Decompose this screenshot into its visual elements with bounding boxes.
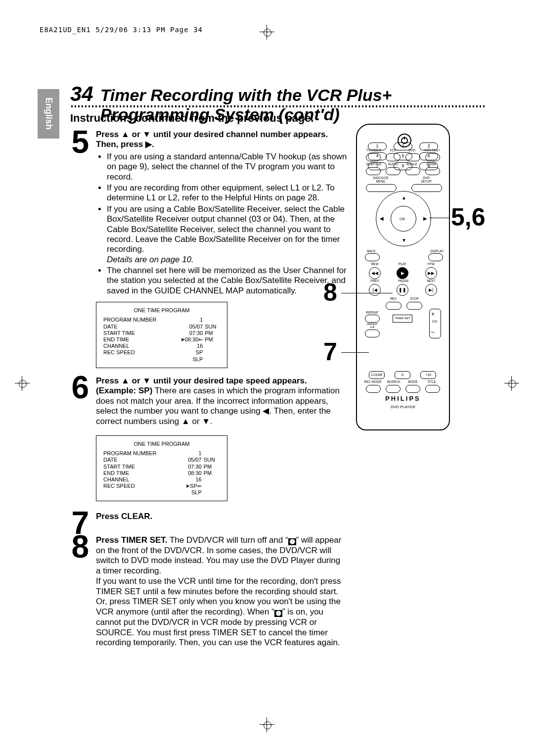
play-icon: ▶	[397, 267, 408, 279]
rm-l-prev: PREV	[369, 279, 381, 283]
step6-example: (Example: SP)	[96, 386, 152, 395]
language-tab: English	[38, 89, 59, 139]
model-label: DVD PLAYER	[357, 405, 449, 409]
dpad-icon: OK ▲ ▼ ◀ ▶	[376, 191, 431, 246]
pb1-date-d: SUN	[204, 324, 221, 330]
step5-bullet1: If you are using a standard antenna/Cabl…	[107, 152, 347, 182]
crop-bottom	[260, 717, 274, 732]
pb2-title: ONE TIME PROGRAM	[102, 441, 221, 447]
rew-icon: ◀◀	[369, 267, 381, 279]
clock-icon-2: 🕘	[274, 610, 282, 617]
pb1-chan-l: CHANNEL	[102, 343, 173, 349]
step-6-body: Press ▲ or ▼ until your desired tape spe…	[96, 376, 343, 501]
pill-icon	[405, 385, 420, 393]
pb1-rec-slp: SLP	[173, 356, 204, 363]
pb1-start-l: START TIME	[102, 330, 173, 336]
step5-he: .	[152, 140, 154, 149]
rm-l-next: NEXT	[425, 279, 437, 283]
remote-illustration: TV/VIDEO VCR DVD VCR Plus+ SUBTITLE AUDI…	[356, 124, 450, 430]
pb2-end-a: PM	[203, 470, 221, 476]
ffw-icon: ▶▶	[425, 267, 437, 279]
pb2-start-a: PM	[203, 464, 221, 470]
callout-7: 7	[323, 337, 337, 366]
rm-l-stop: STOP	[408, 297, 420, 300]
callout-5-6: 5,6	[451, 203, 486, 232]
stop-btn-icon	[406, 302, 422, 310]
crop-left	[15, 376, 30, 391]
rm-l-dvdsetup: DVD SETUP	[411, 176, 441, 183]
rm-l-discmenu: DISC/VCR MENU	[366, 176, 396, 183]
timerset-button: TIMER SET	[393, 315, 412, 323]
arrow-up-icon: ▲	[401, 195, 406, 200]
rm-ok: OK	[400, 217, 405, 221]
pb2-rec-sp: SP	[190, 483, 197, 489]
pb2-end-v: 08:30	[178, 470, 203, 476]
clear-button: CLEAR	[369, 371, 385, 379]
rm-l-back: BACK	[364, 249, 379, 253]
arrow-left-icon: ◀	[380, 216, 384, 221]
pb1-prognum-l: PROGRAM NUMBER	[102, 317, 173, 323]
pb1-rec-sp: SP	[173, 349, 204, 356]
crop-right	[504, 376, 519, 391]
pb2-start-l: START TIME	[102, 464, 178, 470]
pb1-rec-l: REC SPEED	[102, 349, 173, 356]
pb2-date-d: SUN	[203, 457, 221, 463]
pb1-end-sel2: ⇐	[198, 336, 203, 342]
step6-ha: Press	[96, 376, 121, 385]
minus-icon: –	[431, 329, 435, 335]
rm-l-mode: MODE	[405, 380, 420, 383]
pill-icon	[366, 385, 381, 393]
pb2-date-l: DATE	[102, 457, 178, 463]
step-5-number: 5	[65, 124, 89, 160]
pb2-prognum-v: 1	[178, 450, 203, 457]
step-6-number: 6	[65, 369, 89, 406]
page-subtitle: Instructions continued from the previous…	[70, 112, 314, 125]
pb2-chan-v: 16	[178, 476, 203, 483]
step5-ha: Press	[96, 130, 121, 139]
title-dots	[70, 105, 485, 108]
rm-l-repeatab: REPEAT A-B	[363, 323, 382, 329]
pb2-rec-sel2: ⇐	[197, 483, 202, 489]
pb1-title: ONE TIME PROGRAM	[102, 307, 221, 314]
step8-lead: Press TIMER SET.	[96, 535, 168, 545]
pb2-end-l: END TIME	[102, 470, 178, 476]
plus10-button: +10	[420, 371, 436, 379]
zero-button: 0	[395, 371, 410, 379]
step5-b3text: If you are using a Cable Box/Satellite R…	[107, 204, 345, 254]
rec-btn-icon	[386, 302, 401, 310]
pb1-prognum-v: 1	[173, 317, 204, 323]
pb1-end-v: 08:30	[185, 336, 199, 342]
callout-line-56	[429, 218, 450, 218]
step6-hc: until your desired tape speed appears.	[151, 376, 307, 385]
arrow-down-icon: ▼	[401, 237, 406, 243]
prev-icon: |◀	[369, 284, 381, 296]
header-line: E8A21UD_EN1 5/29/06 3:13 PM Page 34	[40, 26, 203, 34]
step-8-number: 8	[65, 528, 89, 565]
callout-line-8	[341, 293, 393, 293]
pb1-end-a: PM	[204, 336, 221, 343]
step5-bullet4: The channel set here will be memorized a…	[107, 266, 347, 296]
clock-icon: 🕘	[288, 538, 296, 545]
pb1-date-l: DATE	[102, 324, 173, 330]
rm-l-display: DISPLAY	[429, 249, 445, 253]
pill-icon	[425, 385, 440, 393]
pb1-start-a: PM	[204, 330, 221, 336]
step5-bullet3: If you are using a Cable Box/Satellite R…	[107, 204, 347, 265]
pb2-rec-sel: ➤	[185, 483, 190, 489]
rm-l-ffw: FFW	[425, 262, 437, 266]
program-box-1: ONE TIME PROGRAM PROGRAM NUMBER1 DATE05/…	[96, 302, 227, 368]
pill-icon	[365, 253, 380, 261]
step8-text: The DVD/VCR will turn off and “🕘” will a…	[96, 535, 341, 647]
pb1-start-v: 07:30	[173, 330, 204, 336]
rm-l-title: TITLE	[424, 380, 439, 383]
pb2-start-v: 07:30	[178, 464, 203, 470]
rm-l-repeat: REPEAT	[364, 311, 381, 314]
pill-icon	[386, 385, 400, 393]
pill-icon	[365, 315, 380, 323]
step-7-text: Press CLEAR.	[96, 512, 152, 521]
program-box-2: ONE TIME PROGRAM PROGRAM NUMBER1 DATE05/…	[96, 435, 227, 502]
pb2-rec-l: REC SPEED	[102, 483, 178, 489]
step5-bullet2: If you are recording from other equipmen…	[107, 183, 347, 203]
next-icon: ▶|	[425, 284, 437, 296]
page-number: 34	[70, 82, 93, 106]
